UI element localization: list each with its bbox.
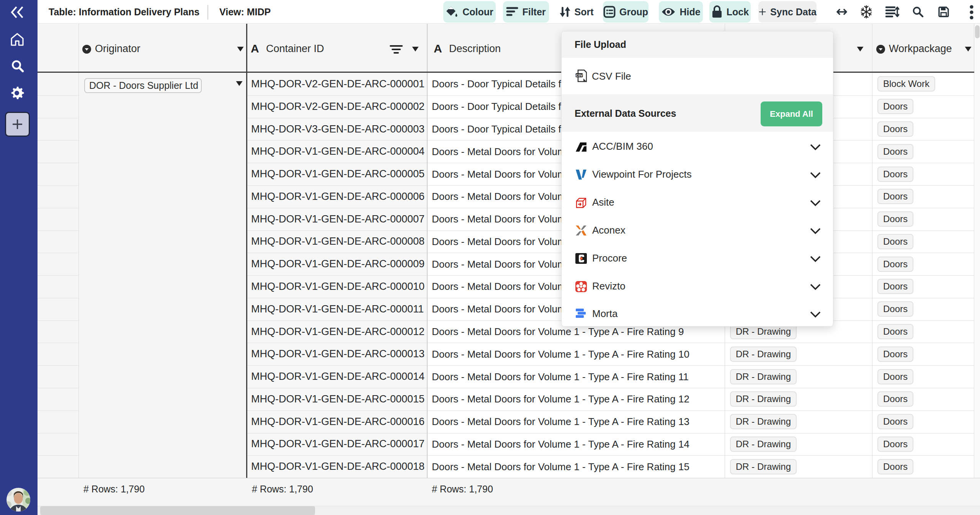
svg-text:CSV: CSV <box>576 74 583 77</box>
